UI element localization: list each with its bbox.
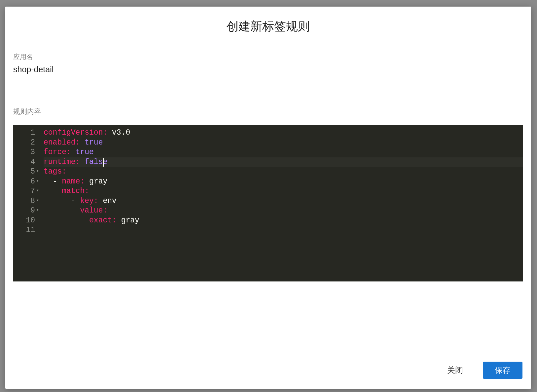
code-token bbox=[80, 158, 85, 166]
code-token bbox=[44, 187, 62, 195]
gutter-line-number: 1 bbox=[13, 128, 40, 138]
editor-gutter: 12345▾6▾7▾8▾9▾1011 bbox=[13, 125, 40, 281]
code-line[interactable]: match: bbox=[44, 186, 523, 196]
rule-content-label: 规则内容 bbox=[13, 107, 523, 116]
modal-footer: 关闭 保存 bbox=[5, 345, 531, 389]
fold-toggle-icon[interactable]: ▾ bbox=[36, 198, 39, 204]
code-line[interactable]: force: true bbox=[44, 147, 523, 157]
fold-toggle-icon[interactable]: ▾ bbox=[36, 168, 39, 174]
modal-body: 应用名 规则内容 12345▾6▾7▾8▾9▾1011 configVersio… bbox=[5, 43, 531, 345]
fold-toggle-icon[interactable]: ▾ bbox=[36, 207, 39, 213]
save-button[interactable]: 保存 bbox=[483, 362, 522, 379]
code-token: env bbox=[98, 197, 117, 205]
gutter-line-number: 8▾ bbox=[13, 196, 40, 206]
rule-content-editor[interactable]: 12345▾6▾7▾8▾9▾1011 configVersion: v3.0en… bbox=[13, 125, 523, 281]
code-line[interactable]: configVersion: v3.0 bbox=[44, 128, 523, 138]
gutter-line-number: 4 bbox=[13, 157, 40, 167]
app-name-input[interactable] bbox=[13, 63, 523, 77]
code-token: v3.0 bbox=[107, 128, 130, 137]
gutter-line-number: 2 bbox=[13, 138, 40, 148]
code-line[interactable]: runtime: false bbox=[44, 157, 523, 167]
gutter-line-number: 11 bbox=[13, 225, 40, 235]
fold-toggle-icon[interactable]: ▾ bbox=[36, 188, 39, 194]
code-token: - bbox=[71, 197, 80, 205]
code-token: exact: bbox=[89, 216, 117, 225]
gutter-line-number: 3 bbox=[13, 147, 40, 157]
code-token: name: bbox=[62, 177, 85, 186]
gutter-line-number: 5▾ bbox=[13, 167, 40, 177]
code-line[interactable]: tags: bbox=[44, 167, 523, 177]
gutter-line-number: 6▾ bbox=[13, 177, 40, 187]
app-name-field-group: 应用名 bbox=[13, 52, 523, 77]
text-cursor bbox=[103, 158, 104, 167]
code-token bbox=[80, 138, 85, 147]
code-token: gray bbox=[85, 177, 107, 186]
code-token: force: bbox=[44, 148, 71, 156]
code-token: tags: bbox=[44, 167, 66, 176]
code-token: gray bbox=[117, 216, 139, 225]
modal-header: 创建新标签规则 bbox=[5, 7, 531, 43]
code-line[interactable] bbox=[44, 225, 523, 235]
gutter-line-number: 7▾ bbox=[13, 186, 40, 196]
code-token: configVersion: bbox=[44, 128, 107, 137]
gutter-line-number: 10 bbox=[13, 216, 40, 226]
code-token bbox=[44, 216, 89, 225]
code-token: match: bbox=[62, 187, 89, 195]
modal-title: 创建新标签规则 bbox=[13, 18, 523, 35]
create-tag-rule-modal: 创建新标签规则 应用名 规则内容 12345▾6▾7▾8▾9▾1011 conf… bbox=[5, 7, 531, 389]
code-token: true bbox=[76, 148, 94, 156]
editor-content[interactable]: configVersion: v3.0enabled: trueforce: t… bbox=[40, 125, 523, 281]
code-token: - bbox=[53, 177, 62, 186]
code-token: true bbox=[85, 138, 103, 147]
code-token: key: bbox=[80, 197, 98, 205]
code-token bbox=[44, 197, 71, 205]
code-line[interactable]: value: bbox=[44, 206, 523, 216]
code-token bbox=[71, 148, 76, 156]
fold-toggle-icon[interactable]: ▾ bbox=[36, 178, 39, 184]
code-line[interactable]: - name: gray bbox=[44, 177, 523, 187]
code-token bbox=[44, 177, 53, 186]
code-token: value: bbox=[80, 206, 107, 215]
gutter-line-number: 9▾ bbox=[13, 206, 40, 216]
code-line[interactable]: enabled: true bbox=[44, 138, 523, 148]
rule-content-field-group: 规则内容 12345▾6▾7▾8▾9▾1011 configVersion: v… bbox=[13, 107, 523, 281]
close-button[interactable]: 关闭 bbox=[435, 362, 475, 379]
app-name-label: 应用名 bbox=[13, 52, 523, 61]
code-token bbox=[44, 206, 80, 215]
code-token: false bbox=[85, 158, 107, 166]
code-token: enabled: bbox=[44, 138, 80, 147]
code-token: runtime: bbox=[44, 158, 80, 166]
code-line[interactable]: - key: env bbox=[44, 196, 523, 206]
code-line[interactable]: exact: gray bbox=[44, 216, 523, 226]
